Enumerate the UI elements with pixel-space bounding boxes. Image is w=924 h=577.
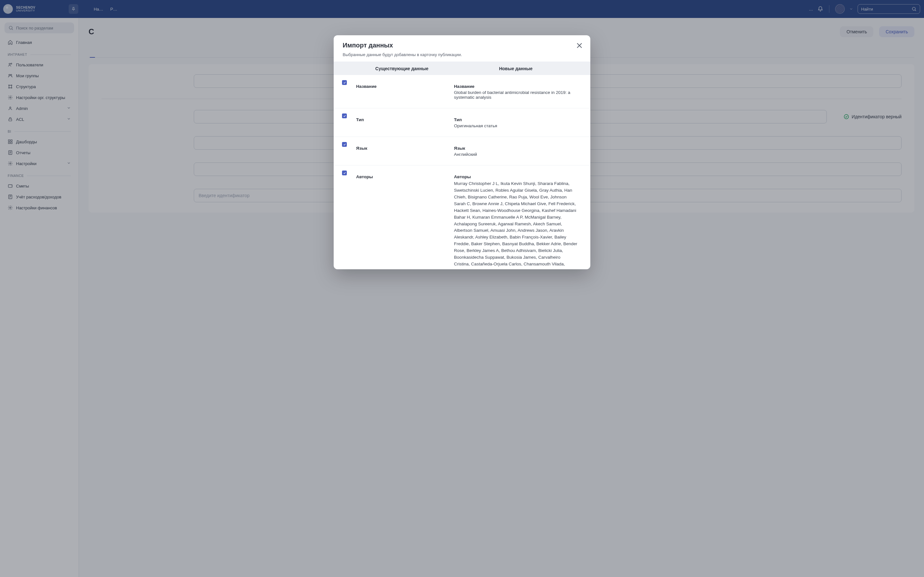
col-existing: Существующие данные (356, 61, 454, 75)
row-checkbox[interactable] (342, 142, 347, 147)
existing-label: Язык (356, 146, 367, 151)
col-new: Новые данные (454, 61, 590, 75)
row-checkbox[interactable] (342, 80, 347, 85)
existing-label: Авторы (356, 174, 373, 179)
new-label: Язык (454, 146, 577, 151)
new-value: Английский (454, 152, 577, 157)
import-row: Авторы Авторы Murray Christopher J L, Ik… (334, 165, 590, 269)
new-label: Тип (454, 117, 577, 122)
new-value: Murray Christopher J L, Ikuta Kevin Shun… (454, 181, 577, 269)
new-value: Оригинальная статья (454, 123, 577, 128)
import-modal: Импорт данных Выбранные данные будут доб… (334, 35, 590, 269)
new-label: Авторы (454, 174, 577, 179)
modal-subtitle: Выбранные данные будут добавлены в карто… (342, 52, 582, 57)
modal-overlay: Импорт данных Выбранные данные будут доб… (0, 0, 924, 577)
existing-label: Тип (356, 117, 364, 122)
close-button[interactable] (575, 41, 584, 50)
modal-title: Импорт данных (342, 42, 582, 49)
modal-rows: Название Название Global burden of bacte… (334, 75, 590, 269)
existing-label: Название (356, 84, 376, 89)
modal-column-headers: Существующие данные Новые данные (334, 61, 590, 75)
new-label: Название (454, 84, 577, 89)
new-value: Global burden of bacterial antimicrobial… (454, 90, 577, 100)
import-row: Язык Язык Английский (334, 137, 590, 165)
import-row: Название Название Global burden of bacte… (334, 75, 590, 108)
row-checkbox[interactable] (342, 171, 347, 175)
close-icon (575, 41, 584, 50)
row-checkbox[interactable] (342, 113, 347, 118)
import-row: Тип Тип Оригинальная статья (334, 108, 590, 137)
